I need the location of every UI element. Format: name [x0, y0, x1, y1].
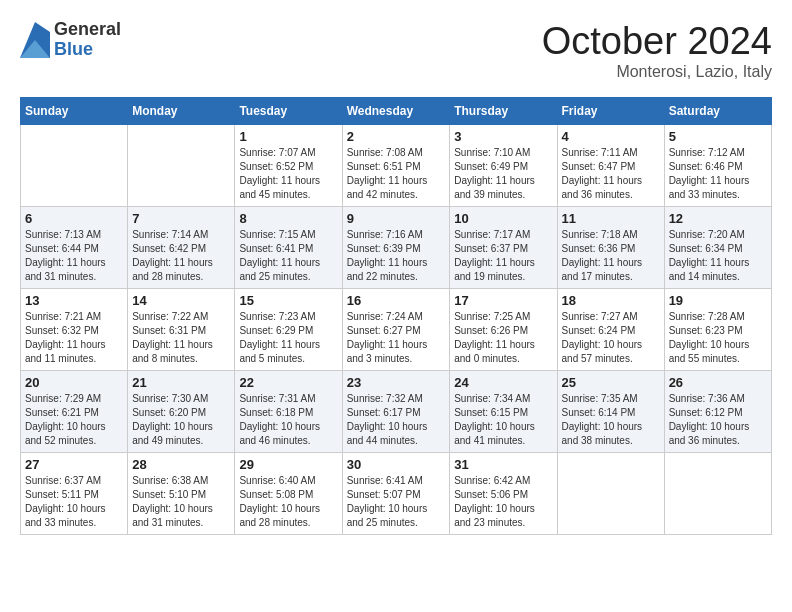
calendar-cell: 14Sunrise: 7:22 AMSunset: 6:31 PMDayligh… — [128, 289, 235, 371]
day-info: Sunrise: 7:07 AMSunset: 6:52 PMDaylight:… — [239, 146, 337, 202]
day-number: 27 — [25, 457, 123, 472]
day-info: Sunrise: 6:40 AMSunset: 5:08 PMDaylight:… — [239, 474, 337, 530]
calendar-cell: 21Sunrise: 7:30 AMSunset: 6:20 PMDayligh… — [128, 371, 235, 453]
logo-blue: Blue — [54, 40, 121, 60]
calendar-cell: 3Sunrise: 7:10 AMSunset: 6:49 PMDaylight… — [450, 125, 557, 207]
calendar-cell: 2Sunrise: 7:08 AMSunset: 6:51 PMDaylight… — [342, 125, 450, 207]
day-info: Sunrise: 7:12 AMSunset: 6:46 PMDaylight:… — [669, 146, 767, 202]
day-number: 28 — [132, 457, 230, 472]
day-info: Sunrise: 7:35 AMSunset: 6:14 PMDaylight:… — [562, 392, 660, 448]
day-info: Sunrise: 7:28 AMSunset: 6:23 PMDaylight:… — [669, 310, 767, 366]
calendar-week-row: 13Sunrise: 7:21 AMSunset: 6:32 PMDayligh… — [21, 289, 772, 371]
calendar-cell: 24Sunrise: 7:34 AMSunset: 6:15 PMDayligh… — [450, 371, 557, 453]
day-info: Sunrise: 7:08 AMSunset: 6:51 PMDaylight:… — [347, 146, 446, 202]
calendar-cell: 7Sunrise: 7:14 AMSunset: 6:42 PMDaylight… — [128, 207, 235, 289]
day-info: Sunrise: 7:27 AMSunset: 6:24 PMDaylight:… — [562, 310, 660, 366]
day-info: Sunrise: 7:25 AMSunset: 6:26 PMDaylight:… — [454, 310, 552, 366]
day-of-week-row: SundayMondayTuesdayWednesdayThursdayFrid… — [21, 98, 772, 125]
page-header: General Blue October 2024 Monterosi, Laz… — [20, 20, 772, 81]
calendar-cell: 1Sunrise: 7:07 AMSunset: 6:52 PMDaylight… — [235, 125, 342, 207]
day-number: 16 — [347, 293, 446, 308]
day-number: 25 — [562, 375, 660, 390]
calendar-cell — [664, 453, 771, 535]
day-number: 23 — [347, 375, 446, 390]
calendar-cell: 8Sunrise: 7:15 AMSunset: 6:41 PMDaylight… — [235, 207, 342, 289]
calendar-cell: 9Sunrise: 7:16 AMSunset: 6:39 PMDaylight… — [342, 207, 450, 289]
day-info: Sunrise: 7:15 AMSunset: 6:41 PMDaylight:… — [239, 228, 337, 284]
day-number: 26 — [669, 375, 767, 390]
day-number: 2 — [347, 129, 446, 144]
day-number: 1 — [239, 129, 337, 144]
day-info: Sunrise: 7:34 AMSunset: 6:15 PMDaylight:… — [454, 392, 552, 448]
logo-text: General Blue — [54, 20, 121, 60]
day-number: 5 — [669, 129, 767, 144]
day-info: Sunrise: 7:29 AMSunset: 6:21 PMDaylight:… — [25, 392, 123, 448]
month-title: October 2024 — [542, 20, 772, 63]
calendar-cell: 11Sunrise: 7:18 AMSunset: 6:36 PMDayligh… — [557, 207, 664, 289]
calendar-cell: 10Sunrise: 7:17 AMSunset: 6:37 PMDayligh… — [450, 207, 557, 289]
day-number: 14 — [132, 293, 230, 308]
day-number: 7 — [132, 211, 230, 226]
location-title: Monterosi, Lazio, Italy — [542, 63, 772, 81]
calendar-cell: 16Sunrise: 7:24 AMSunset: 6:27 PMDayligh… — [342, 289, 450, 371]
calendar-cell: 27Sunrise: 6:37 AMSunset: 5:11 PMDayligh… — [21, 453, 128, 535]
calendar-cell: 28Sunrise: 6:38 AMSunset: 5:10 PMDayligh… — [128, 453, 235, 535]
day-number: 12 — [669, 211, 767, 226]
day-info: Sunrise: 7:16 AMSunset: 6:39 PMDaylight:… — [347, 228, 446, 284]
day-number: 15 — [239, 293, 337, 308]
title-block: October 2024 Monterosi, Lazio, Italy — [542, 20, 772, 81]
day-number: 22 — [239, 375, 337, 390]
day-info: Sunrise: 7:23 AMSunset: 6:29 PMDaylight:… — [239, 310, 337, 366]
day-info: Sunrise: 7:20 AMSunset: 6:34 PMDaylight:… — [669, 228, 767, 284]
calendar-week-row: 20Sunrise: 7:29 AMSunset: 6:21 PMDayligh… — [21, 371, 772, 453]
calendar-cell — [557, 453, 664, 535]
day-info: Sunrise: 7:30 AMSunset: 6:20 PMDaylight:… — [132, 392, 230, 448]
dow-header: Tuesday — [235, 98, 342, 125]
logo: General Blue — [20, 20, 121, 60]
dow-header: Friday — [557, 98, 664, 125]
day-number: 6 — [25, 211, 123, 226]
day-number: 4 — [562, 129, 660, 144]
day-number: 18 — [562, 293, 660, 308]
calendar-cell: 19Sunrise: 7:28 AMSunset: 6:23 PMDayligh… — [664, 289, 771, 371]
calendar-cell: 25Sunrise: 7:35 AMSunset: 6:14 PMDayligh… — [557, 371, 664, 453]
calendar-table: SundayMondayTuesdayWednesdayThursdayFrid… — [20, 97, 772, 535]
day-number: 3 — [454, 129, 552, 144]
calendar-cell: 17Sunrise: 7:25 AMSunset: 6:26 PMDayligh… — [450, 289, 557, 371]
day-info: Sunrise: 7:11 AMSunset: 6:47 PMDaylight:… — [562, 146, 660, 202]
dow-header: Wednesday — [342, 98, 450, 125]
calendar-cell: 4Sunrise: 7:11 AMSunset: 6:47 PMDaylight… — [557, 125, 664, 207]
day-number: 9 — [347, 211, 446, 226]
calendar-cell: 30Sunrise: 6:41 AMSunset: 5:07 PMDayligh… — [342, 453, 450, 535]
day-info: Sunrise: 6:41 AMSunset: 5:07 PMDaylight:… — [347, 474, 446, 530]
dow-header: Saturday — [664, 98, 771, 125]
day-info: Sunrise: 7:13 AMSunset: 6:44 PMDaylight:… — [25, 228, 123, 284]
day-number: 20 — [25, 375, 123, 390]
calendar-cell — [21, 125, 128, 207]
calendar-cell: 12Sunrise: 7:20 AMSunset: 6:34 PMDayligh… — [664, 207, 771, 289]
day-number: 11 — [562, 211, 660, 226]
calendar-week-row: 6Sunrise: 7:13 AMSunset: 6:44 PMDaylight… — [21, 207, 772, 289]
dow-header: Monday — [128, 98, 235, 125]
calendar-week-row: 27Sunrise: 6:37 AMSunset: 5:11 PMDayligh… — [21, 453, 772, 535]
calendar-cell: 15Sunrise: 7:23 AMSunset: 6:29 PMDayligh… — [235, 289, 342, 371]
day-info: Sunrise: 6:42 AMSunset: 5:06 PMDaylight:… — [454, 474, 552, 530]
calendar-cell: 26Sunrise: 7:36 AMSunset: 6:12 PMDayligh… — [664, 371, 771, 453]
calendar-cell: 13Sunrise: 7:21 AMSunset: 6:32 PMDayligh… — [21, 289, 128, 371]
calendar-cell: 5Sunrise: 7:12 AMSunset: 6:46 PMDaylight… — [664, 125, 771, 207]
calendar-cell: 20Sunrise: 7:29 AMSunset: 6:21 PMDayligh… — [21, 371, 128, 453]
day-info: Sunrise: 7:32 AMSunset: 6:17 PMDaylight:… — [347, 392, 446, 448]
logo-general: General — [54, 20, 121, 40]
day-info: Sunrise: 7:10 AMSunset: 6:49 PMDaylight:… — [454, 146, 552, 202]
day-number: 31 — [454, 457, 552, 472]
day-info: Sunrise: 7:18 AMSunset: 6:36 PMDaylight:… — [562, 228, 660, 284]
day-number: 13 — [25, 293, 123, 308]
calendar-cell: 18Sunrise: 7:27 AMSunset: 6:24 PMDayligh… — [557, 289, 664, 371]
day-number: 24 — [454, 375, 552, 390]
day-number: 30 — [347, 457, 446, 472]
calendar-cell — [128, 125, 235, 207]
day-info: Sunrise: 6:38 AMSunset: 5:10 PMDaylight:… — [132, 474, 230, 530]
day-number: 21 — [132, 375, 230, 390]
day-info: Sunrise: 7:36 AMSunset: 6:12 PMDaylight:… — [669, 392, 767, 448]
day-info: Sunrise: 7:22 AMSunset: 6:31 PMDaylight:… — [132, 310, 230, 366]
